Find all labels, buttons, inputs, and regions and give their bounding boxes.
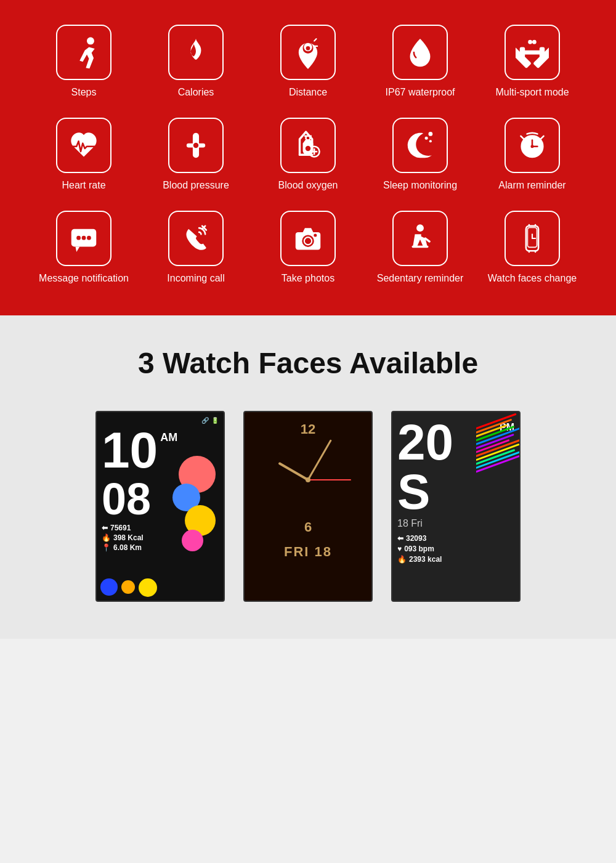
feature-distance: Distance	[255, 25, 361, 99]
wf2-day-label: FRI 18	[284, 544, 332, 560]
svg-point-27	[82, 235, 86, 240]
svg-point-18	[429, 140, 432, 142]
waterproof-label: IP67 waterproof	[386, 86, 455, 99]
bloodoxygen-icon	[291, 129, 325, 162]
wf1-pin-icon: 📍	[102, 543, 111, 552]
wf3-calories-value: 2393 kcal	[409, 555, 442, 564]
svg-point-33	[305, 238, 311, 244]
takephotos-label: Take photos	[282, 272, 334, 285]
message-icon-box	[56, 211, 111, 266]
multisport-label: Multi-sport mode	[495, 86, 569, 99]
feature-heartrate: Heart rate	[31, 118, 137, 192]
red-features-section: Steps Calories Distance	[0, 0, 616, 315]
svg-rect-7	[520, 47, 525, 58]
svg-rect-8	[540, 47, 545, 58]
sleep-label: Sleep monitoring	[383, 179, 457, 192]
hour-hand	[278, 462, 309, 481]
wf1-bubbles	[169, 450, 219, 561]
wf3-fire-icon: 🔥	[397, 555, 407, 564]
sleep-icon-box	[392, 118, 448, 173]
svg-point-15	[306, 146, 310, 151]
svg-point-5	[532, 40, 537, 44]
feature-message: Message notification	[31, 211, 137, 285]
svg-point-28	[87, 235, 91, 240]
bb2	[121, 580, 135, 594]
wf1-steps-value: 75691	[110, 524, 131, 532]
steps-icon	[67, 36, 100, 69]
rainbow-lines	[476, 413, 519, 479]
heartrate-icon-box	[56, 118, 111, 173]
wf1-distance-value: 6.08 Km	[113, 543, 142, 552]
wf3-rainbow	[476, 412, 519, 548]
bb3	[139, 578, 157, 597]
feature-sleep: Sleep monitoring	[367, 118, 473, 192]
wf1-fire-icon: 🔥	[102, 533, 111, 542]
distance-label: Distance	[289, 86, 327, 99]
svg-point-34	[314, 233, 317, 237]
wf1-hour: 10	[102, 425, 158, 476]
alarm-icon-box	[505, 118, 560, 173]
wf3-hour-block: 20	[397, 417, 453, 468]
distance-icon-box	[280, 25, 336, 80]
multisport-icon-box	[505, 25, 560, 80]
feature-sedentary: Sedentary reminder	[367, 211, 473, 285]
wf2-num-6: 6	[304, 519, 312, 535]
incomingcall-icon	[179, 222, 213, 255]
section-title: 3 Watch Faces Available	[18, 346, 598, 380]
sedentary-icon-box	[392, 211, 448, 266]
wf3-steps-value: 32093	[406, 534, 426, 543]
wf3-calories-stat: 🔥 2393 kcal	[397, 555, 514, 564]
svg-point-23	[530, 145, 533, 148]
watch-face-2: 12 6 FRI 18	[243, 411, 373, 602]
svg-point-26	[76, 235, 81, 240]
multisport-icon	[516, 36, 549, 69]
bloodoxygen-icon-box	[280, 118, 336, 173]
minute-hand	[307, 440, 332, 480]
feature-waterproof: IP67 waterproof	[367, 25, 473, 99]
svg-point-4	[528, 40, 532, 44]
feature-watchfaces: Watch faces change	[479, 211, 585, 285]
waterproof-icon-box	[392, 25, 448, 80]
svg-point-17	[429, 132, 433, 136]
waterproof-icon	[403, 36, 437, 69]
bloodpressure-icon-box	[168, 118, 224, 173]
takephotos-icon-box	[280, 211, 336, 266]
message-icon	[67, 222, 100, 255]
message-label: Message notification	[39, 272, 129, 285]
alarm-icon	[516, 129, 549, 162]
svg-point-35	[416, 224, 424, 232]
steps-label: Steps	[71, 86, 97, 99]
heartrate-label: Heart rate	[62, 179, 105, 192]
sedentary-icon	[403, 222, 437, 255]
analog-clock: 12 6	[253, 418, 363, 541]
feature-takephotos: Take photos	[255, 211, 361, 285]
wf3-hr-value: 093 bpm	[404, 545, 434, 553]
feature-alarm: Alarm reminder	[479, 118, 585, 192]
svg-point-11	[193, 143, 198, 148]
bubble4	[182, 530, 203, 551]
watch-face-3: 20 PM S	[391, 411, 521, 602]
wf1-link-icon: 🔗	[201, 417, 209, 424]
wf1-bottom-bubbles	[97, 575, 224, 601]
svg-marker-25	[76, 246, 80, 251]
steps-icon-box	[56, 25, 111, 80]
feature-bloodoxygen: Blood oxygen	[255, 118, 361, 192]
incomingcall-icon-box	[168, 211, 224, 266]
watchfaces-label: Watch faces change	[488, 272, 577, 285]
takephotos-icon	[291, 222, 325, 255]
second-hand	[308, 479, 351, 480]
svg-point-1	[306, 46, 310, 51]
distance-icon	[291, 36, 325, 69]
feature-multisport: Multi-sport mode	[479, 25, 585, 99]
wf3-hour: 20	[397, 417, 453, 468]
wf3-heart-icon: ♥	[397, 545, 402, 553]
sleep-icon	[403, 129, 437, 162]
svg-point-16	[425, 136, 428, 139]
wf2-num-12: 12	[301, 421, 315, 437]
bloodoxygen-label: Blood oxygen	[278, 179, 338, 192]
bloodpressure-label: Blood pressure	[163, 179, 229, 192]
watch-faces-grid: 🔗 🔋 10 AM 08 ⬅ 75691	[18, 411, 598, 602]
bb1	[100, 578, 118, 596]
wf3-steps-icon: ⬅	[397, 534, 403, 543]
calories-icon	[179, 36, 213, 69]
